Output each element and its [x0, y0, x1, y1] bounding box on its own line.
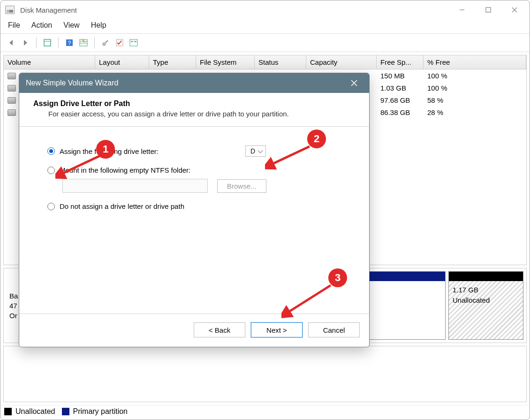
radio-assign-letter[interactable] [47, 147, 55, 155]
col-free[interactable]: Free Sp... [377, 55, 424, 69]
radio-mount-folder[interactable] [47, 167, 55, 174]
svg-line-11 [270, 146, 310, 165]
legend-swatch-primary [62, 408, 69, 415]
radio-no-letter[interactable] [47, 203, 55, 210]
close-button[interactable] [501, 1, 528, 18]
annotation-arrow-3 [281, 281, 338, 318]
maximize-button[interactable] [475, 1, 501, 18]
next-button[interactable]: Next > [251, 322, 303, 337]
drive-icon [8, 97, 16, 104]
toolbar-separator [58, 37, 59, 48]
nav-forward-icon[interactable] [19, 37, 31, 49]
drive-icon [8, 73, 16, 79]
browse-button: Browse... [217, 179, 266, 193]
toolbar-separator [36, 37, 37, 48]
col-capacity[interactable]: Capacity [306, 55, 377, 69]
menu-view[interactable]: View [63, 21, 79, 30]
menubar: File Action View Help [0, 19, 530, 33]
legend-label-primary: Primary partition [73, 407, 128, 416]
annotation-marker-1: 1 [96, 140, 115, 159]
dialog-titlebar: New Simple Volume Wizard [19, 73, 369, 93]
mount-path-input [62, 179, 208, 193]
toolbar-list-icon[interactable] [77, 37, 90, 49]
dialog-title: New Simple Volume Wizard [26, 79, 118, 87]
col-type[interactable]: Type [149, 55, 196, 69]
col-pfree[interactable]: % Free [424, 55, 526, 69]
wizard-subtext: For easier access, you can assign a driv… [33, 110, 355, 118]
cancel-button[interactable]: Cancel [308, 322, 360, 337]
titlebar: Disk Management [0, 0, 530, 19]
svg-line-12 [286, 285, 331, 313]
svg-rect-9 [134, 41, 136, 42]
toolbar-layout-icon[interactable] [128, 37, 140, 49]
drive-icon [8, 109, 16, 116]
toolbar-separator [94, 37, 95, 48]
svg-text:?: ? [68, 40, 71, 46]
partition-unallocated[interactable]: 1.17 GB Unallocated [448, 271, 523, 340]
menu-action[interactable]: Action [31, 21, 52, 30]
toolbar-check-icon[interactable] [114, 37, 126, 49]
dialog-close-button[interactable] [346, 75, 363, 92]
volume-table-header: Volume Layout Type File System Status Ca… [4, 55, 526, 69]
col-layout[interactable]: Layout [95, 55, 149, 69]
toolbar-settings-icon[interactable] [99, 37, 112, 49]
nav-back-icon[interactable] [5, 37, 17, 49]
window-title: Disk Management [20, 6, 77, 14]
drive-letter-select[interactable]: D [245, 145, 266, 157]
legend-swatch-unallocated [4, 408, 12, 415]
toolbar-properties-icon[interactable] [41, 37, 53, 49]
minimize-button[interactable] [449, 1, 475, 18]
svg-rect-0 [486, 8, 491, 12]
legend: Unallocated Primary partition [0, 405, 530, 420]
svg-point-5 [102, 42, 106, 46]
app-icon [5, 6, 15, 14]
legend-label-unallocated: Unallocated [15, 407, 55, 416]
col-status[interactable]: Status [255, 55, 306, 69]
menu-help[interactable]: Help [91, 21, 106, 30]
toolbar-help-icon[interactable]: ? [63, 37, 76, 49]
annotation-marker-3: 3 [328, 268, 347, 287]
back-button[interactable]: < Back [194, 322, 245, 337]
wizard-heading: Assign Drive Letter or Path [33, 99, 355, 108]
col-volume[interactable]: Volume [4, 55, 95, 69]
annotation-arrow-2 [265, 142, 317, 170]
svg-rect-8 [131, 41, 133, 42]
annotation-marker-2: 2 [307, 130, 326, 148]
menu-file[interactable]: File [8, 21, 20, 30]
col-fs[interactable]: File System [196, 55, 255, 69]
empty-pane [3, 346, 527, 402]
toolbar: ? [0, 33, 530, 52]
radio-no-letter-label: Do not assign a drive letter or drive pa… [60, 202, 184, 210]
svg-rect-1 [44, 39, 51, 46]
svg-line-10 [60, 156, 100, 175]
drive-icon [8, 85, 16, 92]
svg-rect-7 [130, 39, 137, 46]
